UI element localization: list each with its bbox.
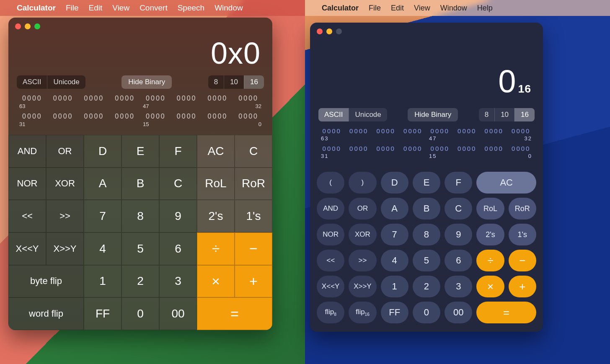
- key-add[interactable]: +: [235, 265, 272, 298]
- binary-display[interactable]: 00000000000000000000000000000000 63 4732…: [310, 126, 543, 167]
- key-or[interactable]: OR: [46, 135, 84, 168]
- menu-speech[interactable]: Speech: [178, 3, 204, 13]
- key-flip8[interactable]: flip8: [317, 302, 344, 323]
- menu-window[interactable]: Window: [440, 4, 467, 13]
- key-c-hex[interactable]: C: [159, 168, 197, 200]
- key-twos[interactable]: 2's: [476, 224, 504, 245]
- key-ff[interactable]: FF: [381, 302, 408, 323]
- close-icon[interactable]: [15, 23, 21, 29]
- binary-display[interactable]: 00000000000000000000000000000000 63 4732…: [8, 93, 272, 135]
- key-rshift[interactable]: >>: [46, 200, 84, 232]
- key-1[interactable]: 1: [84, 265, 121, 298]
- encoding-ascii[interactable]: ASCII: [318, 108, 349, 121]
- menu-window[interactable]: Window: [215, 3, 243, 13]
- key-paren-close[interactable]: ): [349, 172, 376, 194]
- key-and[interactable]: AND: [317, 198, 344, 219]
- key-8[interactable]: 8: [121, 200, 159, 232]
- key-twos[interactable]: 2's: [197, 200, 235, 232]
- key-ac[interactable]: AC: [197, 135, 235, 168]
- key-ff[interactable]: FF: [84, 297, 121, 330]
- key-d[interactable]: D: [84, 135, 121, 168]
- key-rshift[interactable]: >>: [349, 250, 376, 271]
- key-00[interactable]: 00: [159, 297, 197, 330]
- menu-view[interactable]: View: [414, 4, 430, 13]
- key-xrshifty[interactable]: X>>Y: [349, 276, 376, 297]
- minimize-icon[interactable]: [25, 23, 31, 29]
- key-ror[interactable]: RoR: [509, 198, 536, 219]
- key-add[interactable]: +: [509, 276, 536, 297]
- menu-view[interactable]: View: [112, 3, 129, 13]
- key-f[interactable]: F: [159, 135, 197, 168]
- minimize-icon[interactable]: [326, 28, 332, 34]
- key-e[interactable]: E: [121, 135, 159, 168]
- base-10[interactable]: 10: [224, 75, 244, 89]
- key-5[interactable]: 5: [413, 250, 440, 271]
- key-multiply[interactable]: ×: [476, 276, 504, 297]
- key-lshift[interactable]: <<: [8, 200, 46, 232]
- key-multiply[interactable]: ×: [197, 265, 235, 298]
- key-word-flip[interactable]: word flip: [8, 297, 84, 330]
- key-flip16[interactable]: flip16: [349, 302, 376, 323]
- key-a[interactable]: A: [381, 198, 408, 219]
- key-7[interactable]: 7: [84, 200, 121, 232]
- menu-edit[interactable]: Edit: [391, 4, 404, 13]
- key-4[interactable]: 4: [84, 232, 121, 265]
- key-equals[interactable]: =: [476, 302, 536, 323]
- key-6[interactable]: 6: [445, 250, 472, 271]
- menu-edit[interactable]: Edit: [89, 3, 103, 13]
- key-xor[interactable]: XOR: [46, 168, 84, 200]
- base-8[interactable]: 8: [208, 75, 224, 89]
- hide-binary-button[interactable]: Hide Binary: [121, 75, 172, 89]
- key-9[interactable]: 9: [159, 200, 197, 232]
- key-rol[interactable]: RoL: [476, 198, 504, 219]
- key-f[interactable]: F: [445, 172, 472, 194]
- key-paren-open[interactable]: (: [317, 172, 344, 194]
- key-divide[interactable]: ÷: [476, 250, 504, 271]
- base-16[interactable]: 16: [514, 108, 535, 121]
- key-6[interactable]: 6: [159, 232, 197, 265]
- key-e[interactable]: E: [413, 172, 440, 194]
- close-icon[interactable]: [317, 28, 323, 34]
- key-xlshifty[interactable]: X<<Y: [8, 232, 46, 265]
- key-c[interactable]: C: [235, 135, 272, 168]
- base-16[interactable]: 16: [244, 75, 264, 89]
- key-subtract[interactable]: −: [235, 232, 272, 265]
- key-byte-flip[interactable]: byte flip: [8, 265, 84, 298]
- key-b[interactable]: B: [413, 198, 440, 219]
- key-ror[interactable]: RoR: [235, 168, 272, 200]
- key-ac[interactable]: AC: [476, 172, 536, 194]
- key-divide[interactable]: ÷: [197, 232, 235, 265]
- hide-binary-button[interactable]: Hide Binary: [408, 108, 458, 121]
- key-nor[interactable]: NOR: [317, 224, 344, 245]
- key-ones[interactable]: 1's: [509, 224, 536, 245]
- key-7[interactable]: 7: [381, 224, 408, 245]
- encoding-unicode[interactable]: Unicode: [349, 108, 387, 121]
- key-0[interactable]: 0: [121, 297, 159, 330]
- fullscreen-icon[interactable]: [336, 28, 342, 34]
- key-00[interactable]: 00: [445, 302, 472, 323]
- key-2[interactable]: 2: [413, 276, 440, 297]
- app-name[interactable]: Calculator: [322, 4, 359, 13]
- key-9[interactable]: 9: [445, 224, 472, 245]
- encoding-ascii[interactable]: ASCII: [17, 75, 47, 89]
- menu-help[interactable]: Help: [477, 4, 493, 13]
- key-nor[interactable]: NOR: [8, 168, 46, 200]
- menu-convert[interactable]: Convert: [140, 3, 168, 13]
- menu-file[interactable]: File: [369, 4, 381, 13]
- fullscreen-icon[interactable]: [34, 23, 40, 29]
- key-lshift[interactable]: <<: [317, 250, 344, 271]
- key-rol[interactable]: RoL: [197, 168, 235, 200]
- key-3[interactable]: 3: [159, 265, 197, 298]
- key-0[interactable]: 0: [413, 302, 440, 323]
- key-c-hex[interactable]: C: [445, 198, 472, 219]
- key-a[interactable]: A: [84, 168, 121, 200]
- key-1[interactable]: 1: [381, 276, 408, 297]
- key-5[interactable]: 5: [121, 232, 159, 265]
- key-d[interactable]: D: [381, 172, 408, 194]
- key-xlshifty[interactable]: X<<Y: [317, 276, 344, 297]
- base-10[interactable]: 10: [494, 108, 514, 121]
- app-name[interactable]: Calculator: [17, 3, 56, 13]
- key-subtract[interactable]: −: [509, 250, 536, 271]
- key-8[interactable]: 8: [413, 224, 440, 245]
- key-b[interactable]: B: [121, 168, 159, 200]
